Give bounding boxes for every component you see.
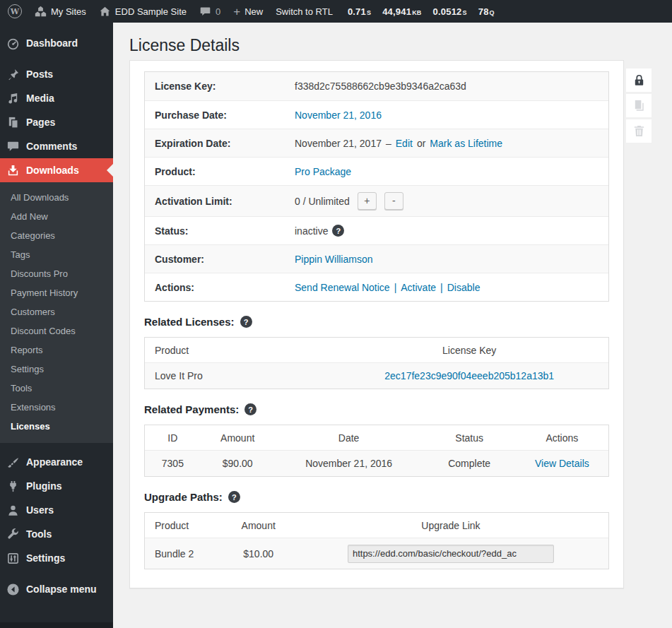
license-key-value: f338d2c75588662cb9e3b9346a2ca63d — [295, 81, 466, 92]
my-sites-menu[interactable]: My Sites — [28, 0, 93, 23]
status-help-icon[interactable]: ? — [332, 225, 344, 237]
sliders-icon — [6, 552, 20, 565]
sidebar-item-plugins[interactable]: Plugins — [0, 474, 113, 498]
upgrade-paths-table: Product Amount Upgrade Link Bundle 2 $10… — [144, 512, 609, 569]
pages-icon — [6, 116, 20, 129]
sidebar-item-comments[interactable]: Comments — [0, 134, 113, 158]
sidebar-item-label: Plugins — [26, 480, 62, 492]
activate-link[interactable]: Activate — [401, 282, 436, 293]
page-title: License Details — [129, 35, 240, 56]
delete-button[interactable] — [626, 119, 652, 143]
site-name-menu[interactable]: EDD Sample Site — [93, 0, 193, 23]
sidebar-item-tools[interactable]: Tools — [0, 522, 113, 546]
submenu-payment-history[interactable]: Payment History — [0, 283, 113, 302]
comment-bubble-icon — [199, 6, 211, 18]
column-header-product: Product — [145, 343, 330, 357]
copy-button[interactable] — [626, 94, 652, 117]
copy-pages-icon — [632, 99, 646, 112]
related-license-key-link[interactable]: 2ec17fe23c9e90f04eeeb205b12a13b1 — [384, 370, 554, 381]
sidebar-item-label: Media — [26, 93, 54, 104]
query-monitor-stats[interactable]: 0.71S 44,941KB 0.0512S 78Q — [342, 6, 500, 17]
submenu-discounts-pro[interactable]: Discounts Pro — [0, 264, 113, 283]
sidebar-item-label: Settings — [26, 552, 65, 564]
sidebar-item-collapse-menu[interactable]: Collapse menu — [0, 577, 113, 601]
increase-limit-button[interactable]: + — [358, 192, 377, 210]
product-label: Product: — [145, 166, 286, 177]
submenu-settings[interactable]: Settings — [0, 360, 113, 379]
product-link[interactable]: Pro Package — [295, 166, 351, 177]
column-header-date: Date — [275, 431, 423, 445]
upgrade-paths-help-icon[interactable]: ? — [228, 491, 240, 503]
purchase-date-link[interactable]: November 21, 2016 — [295, 109, 382, 121]
sidebar-item-label: Appearance — [26, 456, 83, 468]
sidebar-item-pages[interactable]: Pages — [0, 110, 113, 134]
sidebar-item-label: Tools — [26, 528, 52, 540]
table-header-row: ID Amount Date Status Actions — [145, 425, 608, 451]
submenu-licenses[interactable]: Licenses — [0, 417, 113, 436]
license-details-panel: License Key: f338d2c75588662cb9e3b9346a2… — [129, 60, 624, 588]
downloads-submenu: All Downloads Add New Categories Tags Di… — [0, 182, 113, 443]
column-header-id: ID — [145, 431, 201, 445]
user-icon — [6, 504, 20, 517]
submenu-extensions[interactable]: Extensions — [0, 398, 113, 417]
switch-to-rtl-menu[interactable]: Switch to RTL — [269, 0, 339, 23]
payment-amount-value: $90.00 — [201, 456, 275, 470]
submenu-add-new[interactable]: Add New — [0, 207, 113, 226]
sidebar-item-label: Comments — [26, 141, 77, 152]
admin-bar: W My Sites EDD Sample Site 0 + New Switc… — [0, 0, 672, 23]
customer-label: Customer: — [145, 254, 286, 265]
column-header-upgrade-link: Upgrade Link — [293, 519, 608, 533]
related-licenses-table: Product License Key Love It Pro 2ec17fe2… — [144, 337, 609, 389]
related-payments-help-icon[interactable]: ? — [244, 403, 257, 415]
expiration-date-value: November 21, 2017 — [295, 138, 382, 149]
status-row: Status: inactive ? — [145, 216, 608, 244]
submenu-categories[interactable]: Categories — [0, 226, 113, 245]
related-licenses-heading: Related Licenses: ? — [144, 316, 609, 328]
column-header-amount: Amount — [224, 519, 293, 533]
dashboard-icon — [6, 37, 20, 50]
submenu-discount-codes[interactable]: Discount Codes — [0, 321, 113, 340]
decrease-limit-button[interactable]: - — [384, 192, 403, 210]
sidebar-item-downloads[interactable]: Downloads — [0, 158, 113, 182]
table-header-row: Product License Key — [145, 338, 608, 363]
downloads-icon — [6, 164, 20, 177]
lock-icon — [632, 73, 646, 87]
dash-separator: – — [386, 138, 391, 149]
sidebar-item-appearance[interactable]: Appearance — [0, 450, 113, 474]
table-row: Love It Pro 2ec17fe23c9e90f04eeeb205b12a… — [145, 363, 608, 389]
pushpin-icon — [6, 68, 20, 81]
edit-expiration-link[interactable]: Edit — [396, 138, 413, 149]
mark-as-lifetime-link[interactable]: Mark as Lifetime — [430, 138, 502, 149]
menu-separator — [0, 443, 113, 450]
wordpress-logo-menu[interactable]: W — [1, 0, 28, 23]
payment-date-value: November 21, 2016 — [275, 456, 423, 470]
submenu-tags[interactable]: Tags — [0, 245, 113, 264]
upgrade-link-input[interactable] — [348, 545, 554, 563]
submenu-all-downloads[interactable]: All Downloads — [0, 188, 113, 207]
view-details-link[interactable]: View Details — [535, 458, 589, 469]
purchase-date-label: Purchase Date: — [145, 109, 286, 121]
sidebar-item-media[interactable]: Media — [0, 86, 113, 110]
license-key-row: License Key: f338d2c75588662cb9e3b9346a2… — [145, 72, 608, 100]
sidebar-item-dashboard[interactable]: Dashboard — [0, 31, 113, 55]
lock-button[interactable] — [626, 69, 652, 92]
column-header-license-key: License Key — [330, 343, 608, 357]
submenu-tools[interactable]: Tools — [0, 379, 113, 398]
comments-menu[interactable]: 0 — [193, 0, 227, 23]
customer-link[interactable]: Pippin Williamson — [295, 254, 372, 265]
send-renewal-notice-link[interactable]: Send Renewal Notice — [295, 282, 390, 293]
actions-label: Actions: — [145, 282, 286, 293]
wordpress-logo-icon: W — [8, 4, 22, 18]
media-icon — [6, 92, 20, 105]
disable-link[interactable]: Disable — [447, 282, 481, 293]
comments-icon — [6, 140, 20, 153]
related-licenses-help-icon[interactable]: ? — [240, 316, 252, 328]
home-icon — [99, 6, 111, 18]
sidebar-item-posts[interactable]: Posts — [0, 62, 113, 86]
submenu-customers[interactable]: Customers — [0, 302, 113, 321]
new-menu[interactable]: + New — [227, 0, 269, 23]
submenu-reports[interactable]: Reports — [0, 340, 113, 360]
sidebar-item-settings[interactable]: Settings — [0, 546, 113, 570]
activation-limit-row: Activation Limit: 0 / Unlimited + - — [145, 185, 608, 216]
sidebar-item-users[interactable]: Users — [0, 498, 113, 522]
